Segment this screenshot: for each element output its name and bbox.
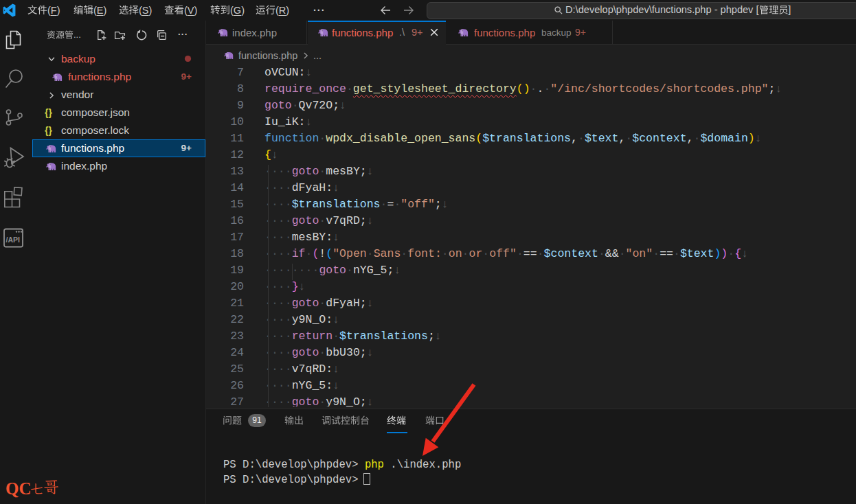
svg-text:/API: /API <box>6 236 21 244</box>
